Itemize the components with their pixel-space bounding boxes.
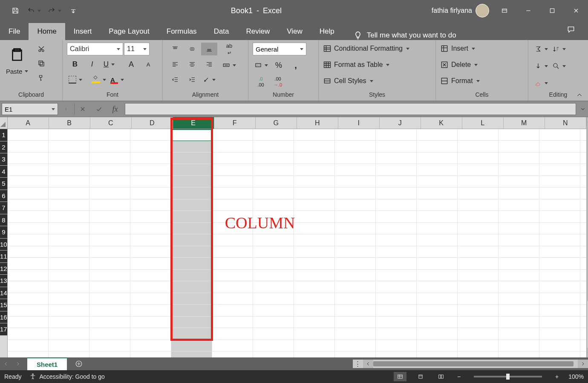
page-layout-view-button[interactable] [414,372,427,381]
increase-font-size-button[interactable]: A [123,58,139,71]
comma-style-button[interactable]: , [288,59,304,72]
column-header-M[interactable]: M [504,117,545,129]
decrease-decimal-button[interactable]: .00→.0 [270,75,286,89]
cell-styles-button[interactable]: Cell Styles [323,75,409,87]
column-header-C[interactable]: C [90,117,132,129]
enter-entry-button[interactable] [91,101,107,117]
number-format-select[interactable]: General [253,43,306,55]
column-header-G[interactable]: G [256,117,297,129]
collapse-ribbon-icon[interactable] [575,92,584,100]
decrease-indent-button[interactable] [167,73,183,86]
name-box[interactable]: E1 [2,103,58,115]
zoom-level[interactable]: 100% [568,373,584,380]
format-painter-button[interactable] [33,72,49,84]
column-header-D[interactable]: D [132,117,173,129]
align-middle-button[interactable] [184,43,200,55]
vertical-scrollbar[interactable] [586,117,588,357]
tab-file[interactable]: File [0,23,29,40]
align-bottom-button[interactable] [201,43,217,55]
row-header-16[interactable]: 16 [0,311,7,324]
column-header-F[interactable]: F [214,117,256,129]
sheet-nav-next-icon[interactable] [12,357,24,370]
sheet-tab-active[interactable]: Sheet1 [27,357,67,370]
row-header-15[interactable]: 15 [0,299,7,311]
name-box-more-icon[interactable] [58,101,74,117]
horizontal-scroll-thumb[interactable] [373,361,574,366]
cancel-entry-button[interactable] [75,101,91,117]
borders-button[interactable] [67,73,84,86]
fill-button[interactable] [533,60,550,72]
sort-filter-button[interactable] [551,43,568,55]
bold-button[interactable]: B [67,58,83,71]
fill-color-button[interactable] [90,73,108,86]
cut-button[interactable] [33,43,49,55]
copy-button[interactable] [33,57,49,70]
tab-insert[interactable]: Insert [65,23,101,40]
column-header-A[interactable]: A [8,117,49,129]
row-header-6[interactable]: 6 [0,190,7,202]
find-select-button[interactable] [551,60,568,72]
tab-help[interactable]: Help [311,23,343,40]
percent-style-button[interactable]: % [271,59,287,72]
tab-split-handle[interactable]: ⋮ [353,360,363,368]
insert-cells-button[interactable]: Insert [440,43,480,55]
column-header-L[interactable]: L [462,117,504,129]
insert-function-button[interactable]: fx [107,101,123,117]
account-area[interactable]: fathia firlyana [432,4,493,17]
minimize-button[interactable] [516,0,540,21]
normal-view-button[interactable] [394,372,406,381]
row-header-4[interactable]: 4 [0,166,7,178]
underline-button[interactable]: U [101,58,117,71]
column-header-H[interactable]: H [297,117,338,129]
conditional-formatting-button[interactable]: Conditional Formatting [323,43,409,55]
paste-button[interactable] [7,43,27,66]
delete-cells-button[interactable]: Delete [440,59,480,71]
cells-area[interactable]: COLUMN [8,129,586,357]
sheet-nav-prev-icon[interactable] [0,357,12,370]
ribbon-display-options-icon[interactable] [493,0,516,21]
row-header-13[interactable]: 13 [0,275,7,287]
qat-customize-icon[interactable] [66,4,81,17]
tab-formulas[interactable]: Formulas [158,23,205,40]
align-center-button[interactable] [184,58,200,71]
autosum-button[interactable] [533,43,550,55]
expand-formula-bar-icon[interactable] [578,106,588,112]
select-all-button[interactable] [0,117,7,129]
align-top-button[interactable] [167,43,183,55]
tab-view[interactable]: View [278,23,311,40]
wrap-text-button[interactable]: ab↵ [221,43,238,56]
row-header-3[interactable]: 3 [0,153,7,166]
increase-indent-button[interactable] [184,73,200,86]
font-size-select[interactable]: 11 [124,43,150,55]
font-name-select[interactable]: Calibri [67,43,123,55]
row-header-2[interactable]: 2 [0,141,7,154]
zoom-slider[interactable] [474,376,542,377]
zoom-out-button[interactable]: − [455,373,463,380]
paste-label[interactable]: Paste [4,66,30,76]
row-header-17[interactable]: 17 [0,323,7,336]
row-header-14[interactable]: 14 [0,287,7,299]
scroll-left-icon[interactable] [363,360,373,368]
row-header-7[interactable]: 7 [0,202,7,214]
zoom-in-button[interactable]: + [553,373,561,380]
redo-button[interactable] [45,4,64,17]
formula-input[interactable] [125,103,576,115]
row-header-5[interactable]: 5 [0,178,7,190]
increase-decimal-button[interactable]: .0.00 [253,75,269,89]
tab-home[interactable]: Home [29,23,65,40]
maximize-button[interactable] [540,0,564,21]
row-header-10[interactable]: 10 [0,239,7,251]
row-header-1[interactable]: 1 [0,129,7,141]
row-header-11[interactable]: 11 [0,251,7,263]
save-icon[interactable] [8,4,23,17]
align-right-button[interactable] [201,58,217,71]
italic-button[interactable]: I [84,58,100,71]
column-header-E[interactable]: E [173,117,214,129]
page-break-view-button[interactable] [435,372,447,381]
scroll-right-icon[interactable] [578,360,588,368]
column-header-N[interactable]: N [545,117,586,129]
tab-page-layout[interactable]: Page Layout [100,23,158,40]
orientation-button[interactable] [201,73,217,86]
tell-me-search[interactable]: Tell me what you want to do [353,31,456,40]
comments-icon[interactable] [554,21,588,40]
